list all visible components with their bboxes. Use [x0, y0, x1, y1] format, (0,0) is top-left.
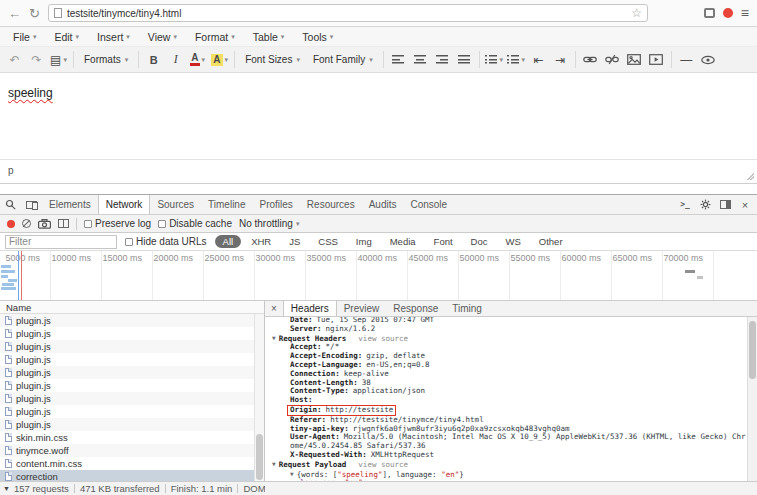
bullet-list-button[interactable]: ▾: [484, 49, 505, 70]
element-path[interactable]: p: [8, 165, 14, 176]
clear-button[interactable]: [22, 219, 31, 228]
menu-view[interactable]: View▾: [139, 27, 186, 46]
address-bar[interactable]: testsite/tinymce/tiny4.html ☆: [48, 4, 648, 22]
inspect-element-button[interactable]: [0, 195, 21, 214]
tab-profiles[interactable]: Profiles: [252, 195, 299, 214]
remove-link-button[interactable]: [602, 49, 623, 70]
insert-media-button[interactable]: [646, 49, 667, 70]
menu-tools[interactable]: Tools▾: [293, 27, 342, 46]
menu-format[interactable]: Format▾: [186, 27, 244, 46]
details-scrollbar[interactable]: [747, 317, 757, 482]
bookmark-star-icon[interactable]: ☆: [631, 6, 642, 20]
bold-button[interactable]: B: [143, 49, 164, 70]
name-column-header[interactable]: Name: [0, 301, 264, 314]
disable-cache-toggle[interactable]: Disable cache: [158, 218, 232, 229]
browser-menu-icon[interactable]: ≡: [741, 6, 749, 20]
table-row[interactable]: skin.min.css: [0, 431, 264, 444]
redo-button[interactable]: ↷: [26, 49, 47, 70]
tab-headers[interactable]: Headers: [283, 301, 337, 316]
scrollbar-thumb[interactable]: [749, 321, 756, 379]
font-family-dropdown[interactable]: Font Family▾: [307, 49, 379, 70]
table-row[interactable]: plugin.js: [0, 340, 264, 353]
tab-sources[interactable]: Sources: [150, 195, 201, 214]
table-row[interactable]: plugin.js: [0, 327, 264, 340]
table-row[interactable]: plugin.js: [0, 379, 264, 392]
scroll-down-icon[interactable]: ▼: [3, 485, 10, 492]
tab-response[interactable]: Response: [386, 301, 445, 316]
tab-resources[interactable]: Resources: [300, 195, 362, 214]
editor-content[interactable]: speeling: [0, 73, 757, 160]
align-justify-button[interactable]: [454, 49, 475, 70]
background-color-button[interactable]: A▾: [209, 49, 230, 70]
table-row[interactable]: tinymce.woff: [0, 444, 264, 457]
table-row[interactable]: plugin.js: [0, 353, 264, 366]
undo-button[interactable]: ↶: [4, 49, 25, 70]
throttling-dropdown[interactable]: No throttling▾: [239, 218, 299, 229]
insert-image-button[interactable]: [624, 49, 645, 70]
align-center-button[interactable]: [410, 49, 431, 70]
back-icon[interactable]: ←: [8, 7, 21, 20]
table-row[interactable]: plugin.js: [0, 314, 264, 327]
outdent-button[interactable]: ⇤: [528, 49, 549, 70]
record-button[interactable]: [7, 220, 15, 228]
dock-side-button[interactable]: [717, 200, 733, 209]
view-source-link[interactable]: view source: [358, 334, 408, 343]
menu-insert[interactable]: Insert▾: [88, 27, 139, 46]
menu-file[interactable]: File▾: [4, 27, 45, 46]
filter-ws[interactable]: WS: [498, 235, 529, 248]
resize-handle[interactable]: [746, 172, 754, 180]
screenshot-capture-button[interactable]: [38, 219, 51, 229]
settings-button[interactable]: [697, 199, 713, 210]
italic-button[interactable]: I: [165, 49, 186, 70]
filter-xhr[interactable]: XHR: [243, 235, 279, 248]
record-indicator-icon[interactable]: [723, 8, 733, 18]
indent-button[interactable]: ⇥: [550, 49, 571, 70]
console-drawer-button[interactable]: >_: [677, 200, 693, 209]
formats-dropdown[interactable]: Formats▾: [78, 49, 134, 70]
network-overview-timeline[interactable]: 5000 ms 10000 ms 15000 ms 20000 ms 25000…: [0, 251, 757, 301]
horizontal-rule-button[interactable]: —: [676, 49, 697, 70]
insert-link-button[interactable]: [580, 49, 601, 70]
tab-elements[interactable]: Elements: [42, 195, 98, 214]
tab-audits[interactable]: Audits: [362, 195, 404, 214]
tab-network[interactable]: Network: [98, 195, 151, 214]
tab-preview[interactable]: Preview: [337, 301, 387, 316]
extension-icon[interactable]: [704, 8, 715, 18]
details-close-button[interactable]: ×: [265, 301, 283, 316]
headers-content[interactable]: Date:Tue, 15 Sep 2015 07:47 GMT Server:n…: [265, 317, 747, 482]
table-row[interactable]: plugin.js: [0, 418, 264, 431]
table-row[interactable]: plugin.js: [0, 392, 264, 405]
misspelled-word[interactable]: speeling: [8, 86, 53, 100]
menu-table[interactable]: Table▾: [244, 27, 294, 46]
filter-js[interactable]: JS: [281, 235, 308, 248]
filter-media[interactable]: Media: [382, 235, 424, 248]
menu-edit[interactable]: Edit▾: [45, 27, 88, 46]
align-left-button[interactable]: [388, 49, 409, 70]
numbered-list-button[interactable]: ▾: [506, 49, 527, 70]
table-row[interactable]: plugin.js: [0, 405, 264, 418]
filter-input[interactable]: [5, 235, 117, 249]
scrollbar-thumb[interactable]: [256, 434, 263, 480]
tab-timeline[interactable]: Timeline: [201, 195, 252, 214]
devtools-close-button[interactable]: ×: [737, 199, 753, 211]
preview-button[interactable]: [698, 49, 719, 70]
request-payload-section[interactable]: ▼Request Payloadview source: [265, 460, 747, 470]
align-right-button[interactable]: [432, 49, 453, 70]
reload-icon[interactable]: ↻: [29, 7, 40, 20]
tab-timing[interactable]: Timing: [445, 301, 489, 316]
filter-doc[interactable]: Doc: [463, 235, 496, 248]
filter-other[interactable]: Other: [531, 235, 571, 248]
filter-all[interactable]: All: [215, 235, 242, 248]
preserve-log-toggle[interactable]: Preserve log: [84, 218, 151, 229]
filter-css[interactable]: CSS: [310, 235, 346, 248]
hide-data-urls-toggle[interactable]: Hide data URLs: [125, 236, 207, 247]
requests-scrollbar[interactable]: [254, 314, 264, 482]
view-columns-icon[interactable]: [58, 219, 69, 228]
filter-img[interactable]: Img: [348, 235, 380, 248]
table-row[interactable]: plugin.js: [0, 366, 264, 379]
device-mode-button[interactable]: [21, 195, 42, 214]
table-row[interactable]: content.min.css: [0, 457, 264, 470]
text-color-button[interactable]: A▾: [187, 49, 208, 70]
filter-font[interactable]: Font: [426, 235, 461, 248]
tab-console[interactable]: Console: [403, 195, 454, 214]
